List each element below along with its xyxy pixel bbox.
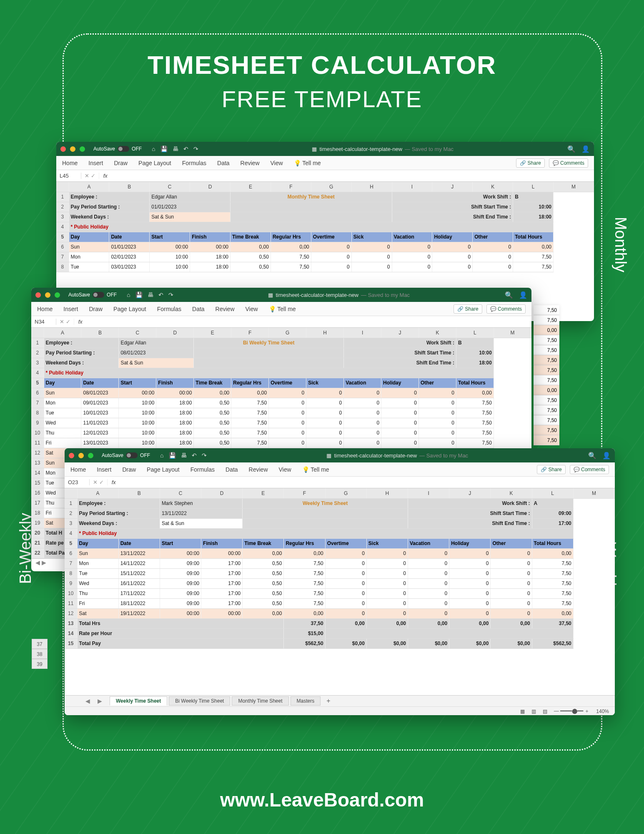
add-sheet-button[interactable]: + [322, 697, 334, 705]
column-header[interactable]: K [473, 182, 513, 192]
table-row[interactable]: 10Thu12/01/202310:0018:000,507,50000007,… [31, 428, 531, 438]
ribbon-tab-formulas[interactable]: Formulas [190, 466, 215, 473]
close-icon[interactable] [60, 146, 66, 152]
maximize-icon[interactable] [55, 292, 60, 298]
view-normal-icon[interactable]: ▦ [520, 708, 525, 714]
comments-button[interactable]: 💬 Comments [549, 158, 588, 168]
autosave-toggle[interactable] [126, 452, 138, 458]
column-header[interactable]: A [69, 182, 109, 192]
column-header[interactable]: H [306, 328, 344, 338]
ribbon-tab-review[interactable]: Review [249, 466, 268, 473]
nav-left-icon[interactable]: ◀ [35, 559, 40, 566]
sheet-tab-bi-weekly-time-sheet[interactable]: Bi Weekly Time Sheet [169, 696, 230, 706]
minimize-icon[interactable] [78, 453, 84, 458]
cell-total[interactable]: 7,50 [534, 305, 559, 315]
cell-total[interactable]: 0,00 [534, 385, 559, 395]
ribbon-tab-data[interactable]: Data [226, 466, 238, 473]
print-icon[interactable]: 🖶 [173, 146, 178, 152]
autosave-toggle[interactable] [93, 292, 104, 298]
zoom-slider[interactable]: — ━━━━⬤━━ ＋ [554, 708, 590, 715]
cell-total[interactable]: 7,50 [534, 315, 559, 325]
table-row[interactable]: 11Fri13/01/202310:0018:000,507,50000007,… [31, 438, 531, 448]
column-header[interactable]: J [432, 182, 473, 192]
table-row[interactable]: 8Tue15/11/202209:0017:000,507,50000007,5… [65, 568, 615, 578]
cell-total[interactable]: 7,50 [534, 425, 559, 435]
table-row[interactable]: 9Wed16/11/202209:0017:000,507,50000007,5… [65, 578, 615, 588]
ribbon-tab-page-layout[interactable]: Page Layout [138, 160, 171, 166]
column-header[interactable]: G [269, 328, 306, 338]
cell-total[interactable]: 0,00 [534, 325, 559, 335]
ribbon-tab-draw[interactable]: Draw [114, 160, 128, 166]
tell-me[interactable]: 💡 Tell me [269, 306, 296, 312]
tell-me[interactable]: 💡 Tell me [294, 160, 321, 166]
ribbon-tab-formulas[interactable]: Formulas [182, 160, 206, 166]
sheet-tab-masters[interactable]: Masters [291, 696, 321, 706]
ribbon-tab-view[interactable]: View [279, 466, 291, 473]
cell-total[interactable]: 7,50 [534, 395, 559, 405]
column-header[interactable]: L [456, 328, 494, 338]
column-header[interactable]: C [119, 328, 156, 338]
view-layout-icon[interactable]: ▥ [531, 708, 536, 714]
undo-icon[interactable]: ↶ [183, 146, 188, 152]
share-button[interactable]: 🔗 Share [516, 158, 544, 168]
cell-total[interactable]: 7,50 [534, 365, 559, 375]
ribbon-tab-view[interactable]: View [271, 160, 283, 166]
column-header[interactable]: H [366, 488, 408, 498]
tell-me[interactable]: 💡 Tell me [302, 466, 329, 473]
column-header[interactable]: C [160, 488, 201, 498]
zoom-level[interactable]: 140% [596, 708, 609, 714]
column-header[interactable] [56, 182, 69, 192]
name-box[interactable]: L45 [56, 173, 81, 179]
nav-right-icon[interactable]: ▶ [98, 698, 108, 704]
ribbon-tab-review[interactable]: Review [241, 160, 260, 166]
comments-button[interactable]: 💬 Comments [570, 465, 609, 474]
column-header[interactable]: E [194, 328, 231, 338]
cell-total[interactable]: 7,50 [534, 435, 559, 445]
table-row[interactable]: 9Wed11/01/202310:0018:000,507,50000007,5… [31, 418, 531, 428]
name-box[interactable]: N34 [31, 319, 56, 325]
ribbon-tab-review[interactable]: Review [216, 306, 235, 312]
user-icon[interactable]: 👤 [581, 145, 590, 153]
column-header[interactable]: J [381, 328, 419, 338]
column-header[interactable]: M [494, 328, 531, 338]
ribbon-tab-page-layout[interactable]: Page Layout [147, 466, 180, 473]
column-header[interactable] [65, 488, 77, 498]
save-icon[interactable]: 💾 [169, 452, 176, 459]
column-header[interactable]: I [408, 488, 449, 498]
user-icon[interactable]: 👤 [519, 291, 527, 299]
column-header[interactable]: E [231, 182, 271, 192]
sheet-tab-monthly-time-sheet[interactable]: Monthly Time Sheet [232, 696, 288, 706]
cell-total[interactable]: 7,50 [534, 345, 559, 355]
autosave-toggle[interactable] [118, 146, 129, 152]
column-header[interactable]: A [77, 488, 118, 498]
ribbon-tab-insert[interactable]: Insert [88, 160, 103, 166]
column-header[interactable]: B [109, 182, 150, 192]
cell-total[interactable]: 7,50 [534, 355, 559, 365]
ribbon-tab-home[interactable]: Home [37, 306, 53, 312]
ribbon-tab-view[interactable]: View [246, 306, 258, 312]
cell-total[interactable]: 7,50 [534, 405, 559, 415]
cell-total[interactable]: 7,50 [534, 415, 559, 425]
column-header[interactable]: D [190, 182, 231, 192]
table-row[interactable]: 8Tue10/01/202310:0018:000,507,50000007,5… [31, 408, 531, 418]
table-row[interactable]: 10Thu17/11/202209:0017:000,507,50000007,… [65, 588, 615, 598]
row-gutter[interactable]: 38 [32, 649, 48, 659]
ribbon-tab-home[interactable]: Home [62, 160, 78, 166]
maximize-icon[interactable] [88, 453, 93, 458]
ribbon-tab-insert[interactable]: Insert [97, 466, 111, 473]
column-header[interactable]: C [150, 182, 190, 192]
maximize-icon[interactable] [80, 146, 85, 152]
column-header[interactable]: I [392, 182, 432, 192]
ribbon-tab-data[interactable]: Data [192, 306, 205, 312]
home-icon[interactable]: ⌂ [152, 146, 155, 152]
column-header[interactable]: B [118, 488, 160, 498]
redo-icon[interactable]: ↷ [193, 146, 198, 152]
close-icon[interactable] [35, 292, 41, 298]
search-icon[interactable]: 🔍 [567, 145, 576, 153]
table-row[interactable]: 7Mon09/01/202310:0018:000,507,50000007,5… [31, 398, 531, 408]
column-header[interactable]: M [573, 488, 614, 498]
fx-cancel-icon[interactable]: ✕ ✓ [81, 173, 99, 179]
home-icon[interactable]: ⌂ [160, 452, 163, 459]
spreadsheet-grid[interactable]: ABCDEFGHIJKLM 1Employee :Edgar AllanMont… [56, 182, 594, 272]
ribbon-tab-data[interactable]: Data [217, 160, 230, 166]
